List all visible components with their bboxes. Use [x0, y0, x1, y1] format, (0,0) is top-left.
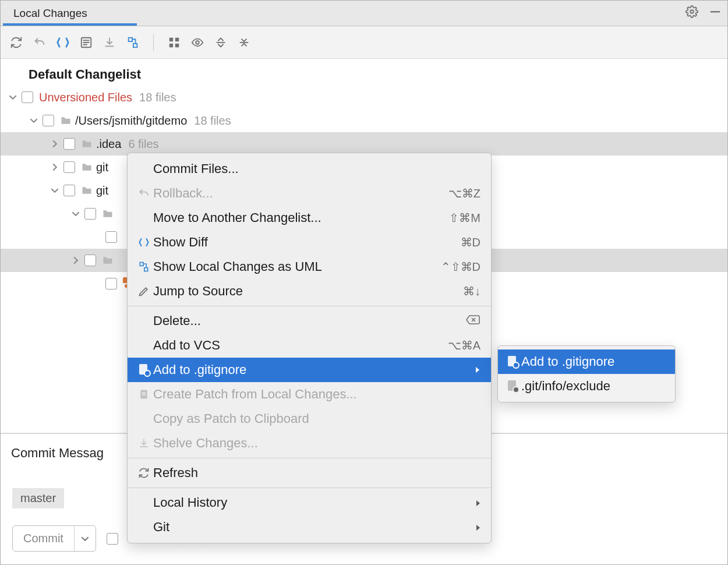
- preview-icon[interactable]: [191, 36, 204, 49]
- chevron-down-icon[interactable]: [8, 92, 18, 103]
- patch-icon: [135, 389, 153, 400]
- menu-shortcut: ⌥⌘Z: [448, 186, 480, 200]
- uml-icon: [135, 261, 153, 273]
- svg-rect-11: [169, 43, 173, 47]
- svg-rect-19: [142, 393, 146, 394]
- expand-icon[interactable]: [214, 36, 227, 49]
- tab-local-changes[interactable]: Local Changes: [1, 1, 100, 26]
- chevron-down-icon[interactable]: [50, 185, 60, 196]
- folder-icon: [102, 255, 114, 266]
- gear-icon[interactable]: [685, 5, 698, 18]
- checkbox[interactable]: [22, 91, 33, 103]
- edit-icon: [135, 285, 153, 297]
- svg-rect-9: [169, 37, 173, 41]
- menu-shortcut: ⌃⇧⌘D: [441, 260, 480, 274]
- node-label: git: [96, 160, 108, 174]
- branch-chip[interactable]: master: [12, 488, 64, 509]
- menu-local-history[interactable]: Local History: [128, 490, 491, 515]
- shelve-icon: [135, 437, 153, 449]
- menu-move-changelist[interactable]: Move to Another Changelist... ⇧⌘M: [128, 206, 491, 230]
- menu-git[interactable]: Git: [128, 515, 491, 539]
- changelist-icon[interactable]: [80, 36, 93, 49]
- commit-message-label: Commit Messag: [11, 446, 104, 461]
- checkbox[interactable]: [105, 278, 117, 289]
- menu-shortcut: ⌘↓: [463, 284, 480, 298]
- menu-item-label: Copy as Patch to Clipboard: [153, 411, 309, 426]
- submenu-git-info-exclude[interactable]: .git/info/exclude: [498, 374, 675, 398]
- menu-show-diff[interactable]: Show Diff ⌘D: [128, 230, 491, 255]
- menu-commit-files[interactable]: Commit Files...: [128, 157, 491, 181]
- menu-rollback: Rollback... ⌥⌘Z: [128, 181, 491, 206]
- menu-delete[interactable]: Delete...: [128, 309, 491, 333]
- menu-show-uml[interactable]: Show Local Changes as UML ⌃⇧⌘D: [128, 255, 491, 279]
- menu-item-label: Show Local Changes as UML: [153, 259, 322, 274]
- commit-button[interactable]: Commit: [12, 525, 96, 552]
- node-label: Unversioned Files: [39, 90, 132, 104]
- menu-shortcut: ⌘D: [461, 235, 480, 249]
- top-bar: Local Changes: [1, 1, 727, 26]
- commit-button-label: Commit: [13, 526, 75, 551]
- chevron-right-icon: [476, 495, 480, 510]
- changelist-heading: Default Changelist: [1, 65, 727, 86]
- menu-item-label: Rollback...: [153, 186, 213, 201]
- chevron-right-icon[interactable]: [70, 255, 81, 266]
- chevron-down-icon[interactable]: [29, 115, 39, 126]
- menu-refresh[interactable]: Refresh: [128, 461, 491, 485]
- menu-shortcut: ⇧⌘M: [449, 211, 480, 225]
- menu-add-vcs[interactable]: Add to VCS ⌥⌘A: [128, 333, 491, 358]
- checkbox[interactable]: [63, 185, 75, 196]
- node-label: .idea: [96, 137, 121, 151]
- chevron-right-icon[interactable]: [50, 162, 60, 172]
- menu-item-label: Show Diff: [153, 235, 208, 250]
- amend-checkbox[interactable]: [107, 533, 118, 545]
- checkbox[interactable]: [63, 161, 75, 173]
- menu-copy-patch: Copy as Patch to Clipboard: [128, 407, 491, 431]
- minimize-icon[interactable]: [709, 5, 722, 18]
- checkbox[interactable]: [43, 115, 54, 126]
- refresh-icon: [135, 467, 153, 479]
- submenu-add-gitignore[interactable]: Add to .gitignore: [498, 349, 675, 374]
- undo-icon[interactable]: [33, 36, 46, 49]
- svg-rect-20: [142, 394, 146, 396]
- menu-separator: [128, 458, 491, 458]
- menu-jump-source[interactable]: Jump to Source ⌘↓: [128, 279, 491, 303]
- node-label: git: [96, 183, 108, 197]
- checkbox[interactable]: [84, 208, 96, 220]
- collapse-icon[interactable]: [238, 36, 250, 49]
- menu-item-label: Jump to Source: [153, 284, 243, 299]
- node-path: /Users/jsmith/gitdemo: [75, 114, 187, 128]
- svg-rect-1: [711, 11, 720, 12]
- chevron-right-icon: [475, 362, 480, 377]
- svg-point-0: [690, 10, 694, 13]
- root-folder-node[interactable]: /Users/jsmith/gitdemo 18 files: [1, 109, 727, 132]
- menu-item-label: Add to VCS: [153, 338, 220, 353]
- checkbox[interactable]: [105, 231, 117, 243]
- commit-button-dropdown[interactable]: [75, 526, 96, 551]
- menu-add-gitignore[interactable]: Add to .gitignore: [128, 358, 491, 382]
- chevron-right-icon[interactable]: [50, 139, 60, 149]
- svg-rect-7: [129, 37, 132, 41]
- menu-item-label: Create Patch from Local Changes...: [153, 387, 357, 402]
- folder-icon: [81, 138, 93, 150]
- toolbar: [1, 26, 727, 59]
- menu-item-label: Add to .gitignore: [153, 362, 246, 377]
- svg-rect-5: [83, 44, 87, 45]
- group-icon[interactable]: [168, 36, 181, 49]
- shelve-icon[interactable]: [103, 36, 116, 49]
- unversioned-files-node[interactable]: Unversioned Files 18 files: [1, 86, 727, 109]
- menu-shortcut: ⌥⌘A: [448, 338, 480, 352]
- checkbox[interactable]: [84, 255, 96, 266]
- refresh-icon[interactable]: [10, 36, 23, 49]
- chevron-down-icon[interactable]: [70, 209, 81, 219]
- file-ignore-icon: [504, 380, 521, 392]
- menu-item-label: Refresh: [153, 465, 198, 481]
- uml-icon[interactable]: [126, 36, 139, 49]
- svg-rect-4: [83, 42, 90, 43]
- context-menu: Commit Files... Rollback... ⌥⌘Z Move to …: [127, 153, 492, 543]
- checkbox[interactable]: [63, 138, 75, 150]
- delete-key-icon: [465, 314, 480, 329]
- svg-rect-8: [133, 43, 137, 47]
- diff-icon[interactable]: [56, 36, 69, 49]
- svg-rect-21: [140, 446, 147, 447]
- context-submenu: Add to .gitignore .git/info/exclude: [497, 345, 676, 402]
